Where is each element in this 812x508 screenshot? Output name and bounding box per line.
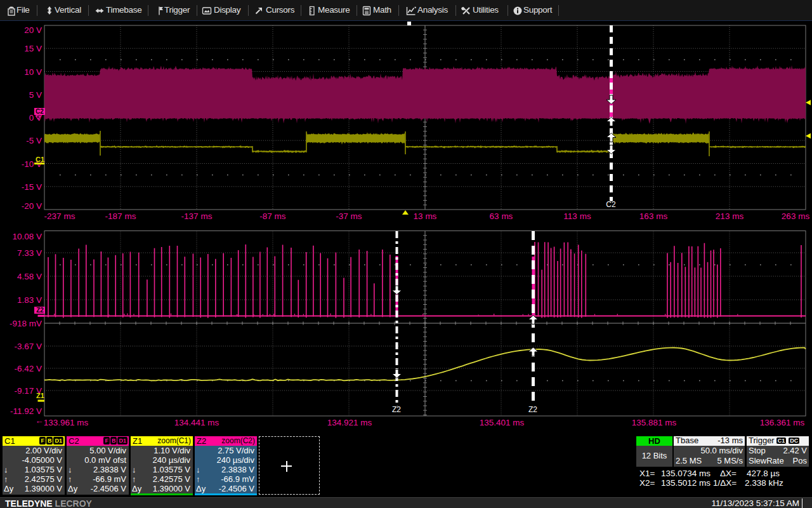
- svg-text:-6.42 V: -6.42 V: [14, 364, 42, 373]
- svg-text:4.58 V: 4.58 V: [17, 272, 42, 281]
- svg-text:Z2: Z2: [392, 405, 401, 414]
- svg-text:5 V: 5 V: [29, 90, 42, 100]
- svg-text:-5 V: -5 V: [26, 136, 42, 145]
- svg-text:-187 ms: -187 ms: [105, 211, 136, 221]
- svg-text:133.961 ms: 133.961 ms: [44, 418, 89, 427]
- svg-text:-918 mV: -918 mV: [10, 319, 42, 328]
- svg-text:-137 ms: -137 ms: [181, 211, 213, 221]
- svg-text:134.921 ms: 134.921 ms: [327, 418, 372, 427]
- svg-text:C2: C2: [606, 200, 616, 209]
- svg-text:20 V: 20 V: [24, 25, 42, 35]
- svg-text:Z2: Z2: [528, 405, 537, 414]
- svg-text:63 ms: 63 ms: [490, 211, 513, 221]
- svg-text:Z1: Z1: [36, 392, 44, 399]
- svg-text:-237 ms: -237 ms: [44, 211, 75, 221]
- svg-text:136.361 ms: 136.361 ms: [760, 418, 805, 427]
- svg-text:135.881 ms: 135.881 ms: [632, 418, 677, 427]
- svg-text:-87 ms: -87 ms: [259, 211, 286, 221]
- svg-text:134.441 ms: 134.441 ms: [174, 418, 219, 427]
- svg-text:163 ms: 163 ms: [639, 211, 668, 221]
- svg-text:1.83 V: 1.83 V: [17, 295, 42, 305]
- svg-text:Z2: Z2: [36, 307, 44, 314]
- svg-text:←: ←: [35, 416, 44, 425]
- svg-text:263 ms: 263 ms: [782, 211, 810, 221]
- svg-text:-11.92 V: -11.92 V: [10, 406, 42, 416]
- svg-text:10 V: 10 V: [24, 67, 42, 77]
- svg-text:-15 V: -15 V: [22, 182, 42, 192]
- svg-text:-3.67 V: -3.67 V: [14, 342, 42, 351]
- svg-text:135.401 ms: 135.401 ms: [480, 418, 525, 427]
- svg-text:-20 V: -20 V: [22, 201, 42, 211]
- svg-text:15 V: 15 V: [24, 44, 42, 53]
- svg-text:13 ms: 13 ms: [414, 211, 437, 221]
- svg-text:10.08 V: 10.08 V: [12, 232, 42, 241]
- svg-text:-37 ms: -37 ms: [336, 211, 362, 221]
- svg-text:C1: C1: [36, 156, 44, 163]
- svg-text:113 ms: 113 ms: [563, 211, 591, 221]
- svg-text:7.33 V: 7.33 V: [17, 248, 42, 258]
- svg-text:C2: C2: [36, 108, 44, 115]
- svg-text:213 ms: 213 ms: [716, 211, 744, 221]
